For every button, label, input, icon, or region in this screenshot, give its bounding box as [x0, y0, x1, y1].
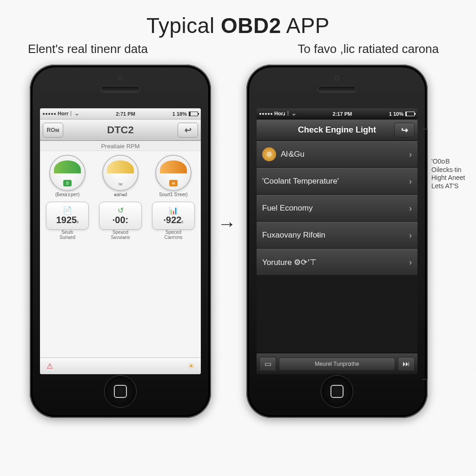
phone-right: Horɹ⋮ ⌵ 2:17 PM 1 10% Check Engine Light… — [246, 65, 428, 418]
camera-dot — [335, 76, 339, 80]
status-bar: Horɹ⋮ ⌵ 2:17 PM 1 10% — [257, 108, 417, 119]
nav-back-button[interactable]: ROм — [43, 123, 63, 138]
readout-label: Seuitı — [61, 230, 73, 235]
list-item[interactable]: ⚙ Aŀ&Gu › — [257, 141, 417, 168]
battery-icon — [405, 112, 415, 116]
list-item-label: Yoruture ⚙⟳ʼ⊤ — [262, 258, 317, 267]
readout-box: ↺ ·00: — [99, 202, 142, 230]
camera-dot — [118, 76, 123, 80]
chevron-right-icon: › — [409, 177, 412, 186]
sun-icon[interactable]: ☀ — [186, 361, 196, 371]
gauge-dial-icon: м — [155, 155, 192, 191]
battery-label: 1 18% — [172, 111, 187, 117]
gauge-caption: ɐanəd — [114, 192, 127, 197]
earpiece — [101, 86, 140, 93]
list-item-label: 'Coolant Temperature' — [262, 177, 339, 186]
gauge-caption: Sourt1 Sтeer) — [159, 192, 187, 197]
list-item-label: Aŀ&Gu — [281, 150, 304, 159]
menu-list: ⚙ Aŀ&Gu › 'Coolant Temperature' › Fuel E… — [257, 141, 417, 353]
readout-label: Speced — [165, 230, 181, 235]
tab-center-label[interactable]: Meurel Tunprɑthe — [279, 357, 395, 370]
readout-2[interactable]: ↺ ·00: SpeɛodSɛvuiɑns — [96, 202, 145, 240]
annotation-text: 'O0ᴏB Oilecks·tin Hight Aneet Lets AT'S — [431, 158, 473, 190]
screen-list: Horɹ⋮ ⌵ 2:17 PM 1 10% Check Engine Light… — [257, 108, 417, 374]
gauge-3[interactable]: м Sourt1 Sтeer) — [149, 155, 198, 197]
phone-left: Horr⋮ ⌵ 2:71 PM 1 18% ROм DTC2 ↩ Prealia… — [30, 65, 211, 418]
bracket-icon — [427, 129, 428, 380]
readout-value: ·00: — [112, 215, 128, 225]
chart-icon: 📊 — [169, 206, 178, 215]
readout-box: 📄 1925ᴇ — [46, 202, 89, 230]
list-item[interactable]: Fuel Economy › — [257, 195, 417, 222]
readout-value: 1925 — [56, 215, 77, 225]
list-item-label: Fuxaovany Rifoŧin — [262, 231, 325, 240]
nav-action-button[interactable]: ↪ — [394, 123, 415, 138]
tab-left-button[interactable]: ▭ — [259, 357, 276, 371]
battery-icon — [189, 112, 198, 116]
gauge-caption: (Беха ꞵрет) — [55, 192, 79, 197]
subtitle-right: To favo ,lic ratiated carona — [298, 42, 439, 56]
chevron-right-icon: › — [409, 258, 412, 267]
readout-value: ·922 — [164, 215, 182, 225]
signal-icon — [259, 113, 272, 115]
nav-bar: ROм DTC2 ↩ — [40, 119, 201, 141]
transition-arrow-icon: → — [218, 213, 236, 234]
list-item-label: Fuel Economy — [262, 204, 313, 213]
nav-title: Check Engine Light — [280, 125, 394, 135]
engine-icon: ⚙ — [262, 147, 276, 161]
tab-bar: ▭ Meurel Tunprɑthe ⏭ — [257, 353, 417, 374]
chevron-right-icon: › — [409, 204, 412, 213]
wifi-icon: ⌵ — [292, 111, 296, 117]
readout-label: Speɛod — [112, 230, 128, 235]
gauge-2[interactable]: Iм ɐanəd — [96, 155, 145, 197]
gauge-badge: м — [169, 180, 178, 186]
wifi-icon: ⌵ — [75, 111, 79, 117]
list-item[interactable]: Yoruture ⚙⟳ʼ⊤ › — [257, 249, 417, 276]
gauge-1[interactable]: S (Беха ꞵрет) — [43, 155, 92, 197]
gauge-badge: Iм — [119, 182, 123, 186]
screen-dashboard: Horr⋮ ⌵ 2:71 PM 1 18% ROм DTC2 ↩ Prealia… — [40, 108, 201, 374]
carrier-label: Horr⋮ — [58, 111, 73, 117]
battery-label: 1 10% — [389, 111, 403, 117]
bottom-toolbar: ⚠ ☀ — [40, 357, 201, 374]
subtitle-left: Elent's real tinenr data — [28, 42, 148, 56]
chevron-right-icon: › — [409, 231, 412, 240]
nav-forward-button[interactable]: ↩ — [178, 123, 198, 138]
carrier-label: Horɹ⋮ — [274, 111, 291, 117]
section-label: Prealiaie RPM — [40, 141, 201, 151]
nav-title: DTC2 — [63, 124, 178, 136]
signal-icon — [43, 113, 56, 115]
page-title: Typical OBD2 APP — [0, 0, 476, 38]
doc-icon: 📄 — [63, 206, 72, 215]
gauge-grid: S (Беха ꞵрет) Iм ɐanəd — [40, 151, 201, 357]
tab-right-button[interactable]: ⏭ — [398, 357, 415, 371]
list-item[interactable]: Fuxaovany Rifoŧin › — [257, 222, 417, 249]
refresh-icon: ↺ — [118, 206, 124, 215]
nav-bar: Check Engine Light ↪ — [257, 119, 417, 141]
gauge-badge: S — [63, 180, 72, 186]
title-suffix: APP — [281, 13, 330, 38]
gauge-dial-icon: Iм — [102, 155, 139, 191]
status-bar: Horr⋮ ⌵ 2:71 PM 1 18% — [40, 108, 201, 119]
readout-box: 📊 ·922ᴇ — [152, 202, 195, 230]
home-button[interactable] — [321, 375, 353, 408]
clock: 2:71 PM — [116, 111, 135, 117]
title-bold: OBD2 — [221, 13, 281, 38]
list-item[interactable]: 'Coolant Temperature' › — [257, 168, 417, 195]
home-button[interactable] — [104, 375, 137, 408]
title-prefix: Typical — [146, 13, 221, 38]
readout-3[interactable]: 📊 ·922ᴇ SpecedCантons — [149, 202, 198, 240]
gauge-dial-icon: S — [49, 155, 86, 191]
clock: 2:17 PM — [333, 111, 352, 117]
chevron-right-icon: › — [409, 150, 412, 159]
readout-1[interactable]: 📄 1925ᴇ SeuitıSuriɛed — [43, 202, 92, 240]
earpiece — [317, 86, 357, 93]
warning-icon[interactable]: ⚠ — [45, 361, 55, 371]
